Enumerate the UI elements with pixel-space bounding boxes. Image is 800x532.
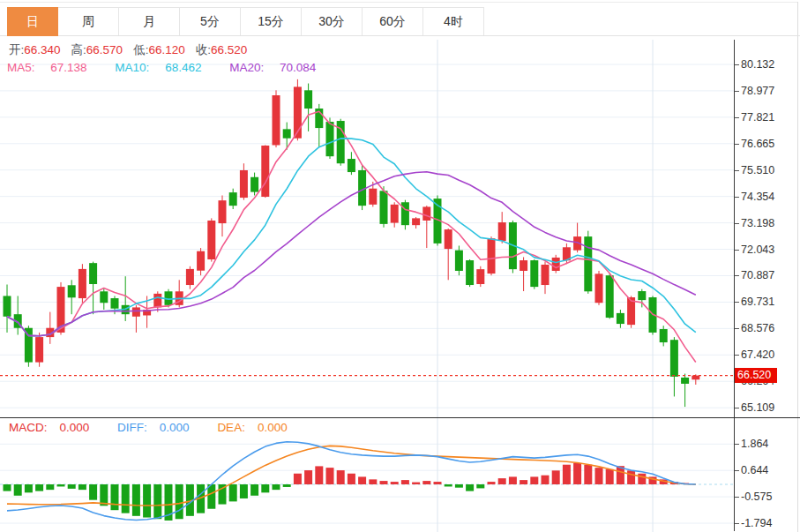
main-y-axis-tick <box>735 275 739 276</box>
dea-value: DEA:0.000 <box>217 421 299 434</box>
main-y-axis-label: 80.132 <box>741 57 796 71</box>
main-y-axis-tick <box>735 223 739 224</box>
tab-30min[interactable]: 30分 <box>302 7 363 35</box>
main-y-axis-label: 67.420 <box>741 348 796 362</box>
main-candlestick-chart[interactable] <box>0 36 735 417</box>
main-y-axis-label: 73.198 <box>741 216 796 230</box>
close-label: 收: <box>196 43 211 56</box>
tab-day[interactable]: 日 <box>7 7 58 36</box>
ma5-value: MA5: 67.138 <box>7 61 100 74</box>
main-y-axis-tick <box>735 170 739 171</box>
main-y-axis-tick <box>735 302 739 303</box>
right-border <box>797 2 798 532</box>
macd-value: MACD:0.000 <box>9 421 101 434</box>
top-border <box>0 2 798 3</box>
macd-y-axis-tick <box>735 497 739 498</box>
main-y-axis-tick <box>735 408 739 408</box>
main-y-axis-label: 65.109 <box>741 401 796 415</box>
tab-60min[interactable]: 60分 <box>363 7 423 35</box>
macd-info: MACD:0.000 DIFF:0.000 DEA:0.000 <box>9 421 312 434</box>
main-y-axis-tick <box>735 250 739 251</box>
kline-app: 日 周 月 5分 15分 30分 60分 4时 80.13278.97777.8… <box>0 0 800 532</box>
macd-chart[interactable] <box>0 418 735 532</box>
open-value: 66.340 <box>24 43 60 56</box>
ma20-value: MA20: 70.084 <box>229 61 328 74</box>
macd-y-axis-tick <box>735 523 739 524</box>
macd-y-axis-label: -0.575 <box>741 490 796 504</box>
macd-y-axis-tick <box>735 444 739 445</box>
diff-value: DIFF:0.000 <box>117 421 202 434</box>
main-y-axis-tick <box>735 117 739 118</box>
ma5-line <box>7 111 696 362</box>
macd-y-axis-label: 1.864 <box>741 437 796 451</box>
macd-y-axis-tick <box>735 470 739 471</box>
main-y-axis-label: 78.977 <box>741 84 796 98</box>
panel-divider <box>0 417 800 418</box>
main-y-axis-label: 70.887 <box>741 268 796 282</box>
tab-month[interactable]: 月 <box>119 7 180 35</box>
open-label: 开: <box>9 43 24 56</box>
tab-week[interactable]: 周 <box>58 7 119 35</box>
main-y-axis-label: 72.043 <box>741 243 796 257</box>
main-y-axis-label: 69.731 <box>741 295 796 309</box>
current-price-badge: 66.520 <box>735 368 777 383</box>
low-label: 低: <box>133 43 148 56</box>
y-axis-line <box>734 40 735 531</box>
macd-y-axis-label: 0.644 <box>741 463 796 477</box>
ma10-value: MA10: 68.462 <box>115 61 213 74</box>
macd-y-axis-label: -1.794 <box>741 516 796 530</box>
ohlc-info: 开:66.340高:66.570低:66.120收:66.520 <box>9 42 258 58</box>
tab-5min[interactable]: 5分 <box>180 7 241 35</box>
main-y-axis-tick <box>735 355 739 356</box>
period-tabbar: 日 周 月 5分 15分 30分 60分 4时 <box>0 7 800 36</box>
main-y-axis-tick <box>735 91 739 92</box>
tab-4hour[interactable]: 4时 <box>423 7 484 35</box>
main-y-axis-tick <box>735 144 739 145</box>
main-y-axis-label: 75.510 <box>741 163 796 177</box>
main-y-axis-label: 77.821 <box>741 110 796 124</box>
main-y-axis-tick <box>735 197 739 198</box>
high-label: 高: <box>71 43 86 56</box>
main-gridlines <box>0 40 734 417</box>
main-y-axis-label: 68.576 <box>741 321 796 335</box>
candles <box>4 79 700 407</box>
tab-15min[interactable]: 15分 <box>241 7 302 35</box>
close-value: 66.520 <box>211 43 247 56</box>
high-value: 66.570 <box>86 43 123 56</box>
main-y-axis-tick <box>735 64 739 65</box>
main-y-axis-label: 74.354 <box>741 190 796 204</box>
low-value: 66.120 <box>148 43 184 56</box>
macd-histogram <box>4 463 690 521</box>
ma-lines <box>7 111 696 362</box>
ma-info: MA5: 67.138 MA10: 68.462 MA20: 70.084 <box>7 61 340 74</box>
main-y-axis-label: 76.665 <box>741 137 796 151</box>
main-y-axis-tick <box>735 328 739 329</box>
